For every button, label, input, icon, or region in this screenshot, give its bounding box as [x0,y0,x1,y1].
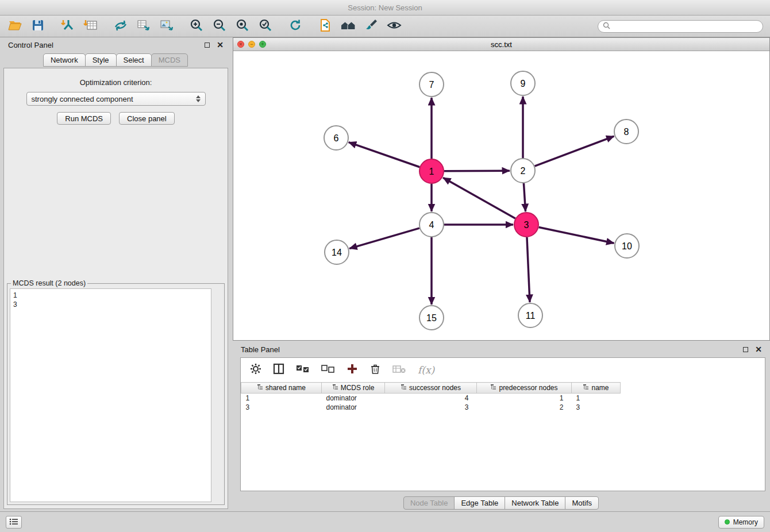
zoom-out-button[interactable] [211,18,228,34]
graph-node-10[interactable]: 10 [615,234,639,258]
close-panel-button[interactable]: Close panel [119,112,175,125]
graph-node-6[interactable]: 6 [324,126,348,150]
first-neighbors-button[interactable] [340,18,356,34]
tab-motifs[interactable]: Motifs [565,496,599,510]
zoom-window-icon[interactable]: + [259,41,266,48]
network-graph[interactable]: 7968124314101511 [233,51,769,340]
delete-table-button[interactable] [392,364,406,376]
control-panel-title: Control Panel [8,41,53,49]
table-cell[interactable]: 1 [477,394,572,403]
table-arrow-icon [136,18,151,35]
graph-edge-1-2[interactable] [444,171,510,171]
task-history-button[interactable] [6,516,22,529]
tab-network[interactable]: Network [43,53,86,67]
graph-node-3[interactable]: 3 [514,213,538,237]
apply-function-button[interactable]: f(x) [418,364,434,376]
search-input[interactable] [613,22,758,30]
mcds-result-title: MCDS result (2 nodes) [11,279,87,287]
table-cell[interactable]: 3 [241,403,322,412]
criterion-dropdown[interactable]: strongly connected component [26,92,206,106]
memory-button[interactable]: Memory [718,516,764,529]
graph-edge-3-1[interactable] [443,178,515,218]
window-titlebar[interactable]: Session: New Session [0,0,770,16]
graph-node-4[interactable]: 4 [419,213,444,237]
run-mcds-button[interactable]: Run MCDS [57,112,111,125]
close-panel-icon[interactable]: ✕ [217,41,224,49]
columns-icon [273,367,284,376]
show-hide-button[interactable] [386,18,402,34]
minimize-window-icon[interactable]: − [248,41,255,48]
tab-select[interactable]: Select [116,53,152,67]
select-all-button[interactable] [296,365,310,376]
table-row[interactable]: 3dominator323 [241,403,621,412]
graph-node-1[interactable]: 1 [419,159,444,183]
tab-network-table[interactable]: Network Table [505,496,565,510]
column-header-successor-nodes[interactable]: successor nodes [385,383,477,394]
close-table-panel-icon[interactable]: ✕ [755,345,762,353]
graph-node-8[interactable]: 8 [614,119,638,144]
houses-icon [340,18,356,35]
graph-edge-4-14[interactable] [349,228,419,248]
graph-node-label: 2 [521,166,526,176]
save-session-button[interactable] [30,18,46,34]
tab-node-table[interactable]: Node Table [403,496,455,510]
eye-icon [386,18,402,35]
column-header-predecessor-nodes[interactable]: predecessor nodes [477,383,572,394]
graph-node-9[interactable]: 9 [511,71,535,95]
graph-edge-1-6[interactable] [349,142,420,167]
column-header-shared-name[interactable]: shared name [241,383,322,394]
zoom-selected-button[interactable] [257,18,274,34]
graph-edge-3-10[interactable] [539,228,614,244]
table-cell[interactable]: dominator [322,394,385,403]
graph-node-15[interactable]: 15 [419,306,444,330]
open-recent-button[interactable] [317,18,333,34]
graph-edge-2-8[interactable] [535,136,614,166]
table-panel-title: Table Panel [241,345,280,354]
table-cell[interactable]: 1 [572,394,621,403]
network-window-titlebar[interactable]: scc.txt × − + [233,38,769,51]
table-cell[interactable]: 1 [241,394,322,403]
tab-style[interactable]: Style [85,53,117,67]
table-cell[interactable]: 4 [385,394,477,403]
tab-edge-table[interactable]: Edge Table [454,496,505,510]
apply-style-button[interactable] [363,18,379,34]
graph-node-11[interactable]: 11 [518,303,542,327]
mcds-result-list[interactable]: 13 [10,288,211,502]
graph-node-label: 10 [622,241,632,251]
column-header-name[interactable]: name [572,383,621,394]
zoom-fit-button[interactable] [234,18,251,34]
table-cell[interactable]: 3 [572,403,621,412]
zoom-in-button[interactable] [188,18,205,34]
table-cell[interactable]: 3 [385,403,477,412]
search-box[interactable] [598,20,763,33]
table-cell[interactable]: 2 [477,403,572,412]
deselect-all-button[interactable] [321,365,335,376]
network-canvas[interactable]: 7968124314101511 [233,51,769,340]
graph-edge-3-11[interactable] [527,237,530,302]
close-window-icon[interactable]: × [237,41,244,48]
import-network-button[interactable] [60,18,76,34]
image-arrow-icon [159,18,174,35]
open-session-button[interactable] [7,18,23,34]
table-cell[interactable]: dominator [322,403,385,412]
sort-icon [490,384,496,392]
graph-node-7[interactable]: 7 [419,72,444,97]
delete-entry-button[interactable] [369,363,381,377]
column-header-mcds-role[interactable]: MCDS role [322,383,385,394]
refresh-network-button[interactable] [287,18,303,34]
add-entry-button[interactable] [346,363,358,377]
graph-edge-2-3[interactable] [523,183,525,211]
graph-node-2[interactable]: 2 [511,159,535,183]
table-row[interactable]: 1dominator411 [241,394,621,403]
zoom-fit-icon [235,18,250,35]
network-from-table-button[interactable] [136,18,152,34]
float-panel-icon[interactable] [205,43,210,48]
float-table-panel-icon[interactable] [743,347,748,352]
import-table-button[interactable] [83,18,99,34]
new-network-button[interactable] [113,18,129,34]
tab-mcds[interactable]: MCDS [151,53,188,67]
table-settings-button[interactable] [250,363,261,377]
export-image-button[interactable] [159,18,175,34]
graph-node-14[interactable]: 14 [325,240,349,264]
show-columns-button[interactable] [273,363,284,377]
